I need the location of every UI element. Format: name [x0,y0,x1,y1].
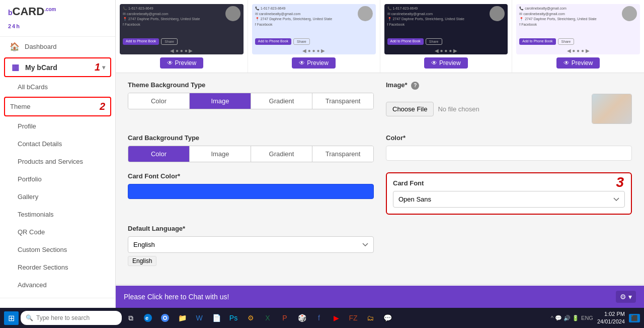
color-picker-white[interactable] [386,146,632,161]
sidebar-item-label: All bCards [18,83,48,91]
sidebar-item-label: Reorder Sections [18,264,68,271]
chrome-icon[interactable] [158,311,172,325]
card-icon: ▦ [10,62,20,72]
step2-badge: 2 [100,101,105,112]
whatsapp-icon[interactable]: 💬 [380,311,394,325]
powerpoint-icon[interactable]: P [278,311,292,325]
sidebar-item-label: Portfolio [18,175,42,183]
theme-type-color[interactable]: Color [128,93,190,109]
image-label: Image* ? [386,81,632,90]
sidebar: bCARD.com 24h 🏠 Dashboard ▦ My bCard 1 ▾ [0,0,116,308]
lang-label: Default Language* [128,225,374,232]
sidebar-item-dashboard[interactable]: 🏠 Dashboard [0,37,115,56]
card-type-transparent[interactable]: Transparent [312,146,373,162]
logo-com: .com [44,7,56,12]
empty-col [386,225,632,266]
image-upload-area: Choose File No file chosen [386,94,632,124]
filezilla-icon[interactable]: FZ [346,311,360,325]
excel-icon[interactable]: X [261,311,275,325]
edge-icon[interactable]: e [141,311,155,325]
sidebar-item-products[interactable]: Products and Services [0,153,115,170]
card-font-color-label: Card Font Color* [128,172,374,180]
sidebar-item-gallery[interactable]: Gallery [0,188,115,206]
sidebar-item-profile[interactable]: Profile [0,117,115,135]
taskbar-right: ^ 💬 🔊 🔋 ENG 1:02 PM 24/01/2024 ⬛ [551,310,640,326]
sidebar-item-label: QR Code [18,228,45,236]
taskbar-app-icons: ⧉ e 📁 W 📄 Ps ⚙ X P 🎲 f ▶ FZ 🗂 💬 [124,311,394,325]
youtube-icon[interactable]: ▶ [329,311,343,325]
sidebar-item-contact[interactable]: Contact Details [0,135,115,153]
card-font-select[interactable]: Open Sans Roboto Lato Montserrat [393,191,625,208]
eye-icon-4: 👁 [564,59,570,67]
step3-badge: 3 [616,174,624,190]
taskview-icon[interactable]: ⧉ [124,311,138,325]
photoshop-icon[interactable]: Ps [226,311,240,325]
theme-type-gradient[interactable]: Gradient [251,93,312,109]
svg-point-4 [164,317,167,319]
sidebar-item-custom[interactable]: Custom Sections [0,241,115,258]
sidebar-item-support[interactable]: ● Support [0,302,115,308]
sidebar-item-testimonials[interactable]: Testimonials [0,206,115,223]
font-color-picker-blue[interactable] [128,184,374,199]
preview-btn-2[interactable]: 👁 Preview [292,57,336,69]
sys-tray: ^ 💬 🔊 🔋 ENG [551,315,593,321]
card-preview-2: 📞 1-617-823-8649 ✉ carolinebeatty@gmail.… [248,0,380,73]
preview-btn-4[interactable]: 👁 Preview [556,57,600,69]
svg-text:e: e [145,315,148,321]
card-preview-row: 📞 1-617-823-8649 ✉ carolinebeatty@gmail.… [116,0,644,73]
sidebar-item-qrcode[interactable]: QR Code [0,223,115,241]
facebook-icon[interactable]: f [312,311,326,325]
sidebar-item-allbcards[interactable]: All bCards [0,78,115,96]
card-preview-3: 📞 1-617-823-8649 ✉ carolinebeatty@gmail.… [380,0,513,73]
notifications-badge[interactable]: ⬛ [629,314,640,322]
card-mini-dark-3: 📞 1-617-823-8649 ✉ carolinebeatty@gmail.… [384,4,508,54]
app5-icon[interactable]: 📄 [209,311,223,325]
sidebar-item-reorder[interactable]: Reorder Sections [0,258,115,276]
card-bg-label: Card Background Type [128,134,374,142]
search-input[interactable] [36,314,117,321]
form-area: Theme Background Type Color Image Gradie… [116,73,644,284]
sidebar-item-theme[interactable]: Theme 2 [4,97,111,116]
sidebar-item-advanced[interactable]: Advanced [0,276,115,294]
preview-btn-3[interactable]: 👁 Preview [424,57,468,69]
folder-icon[interactable]: 🗂 [363,311,377,325]
card-font-row: Card Font Color* Card Font Open Sans Rob… [128,172,632,215]
choose-file-button[interactable]: Choose File [386,102,434,116]
card-preview-1: 📞 1-617-823-8649 ✉ carolinebeatty@gmail.… [116,0,248,73]
theme-type-transparent[interactable]: Transparent [312,93,373,109]
theme-type-image[interactable]: Image [190,93,251,109]
sidebar-item-label: My bCard [25,63,57,72]
lang-label: ENG [581,315,593,321]
sidebar-item-label: Products and Services [18,158,83,165]
card-type-gradient[interactable]: Gradient [251,146,312,162]
card-mini-light-4: 📞 carolinebeatty@gmail.com ✉ carolinebea… [516,4,640,54]
start-button[interactable]: ⊞ [4,311,19,325]
taskbar-left: ⊞ 🔍 ⧉ e 📁 W 📄 Ps ⚙ X P 🎲 f ▶ FZ 🗂 💬 [4,311,394,325]
taskbar: ⊞ 🔍 ⧉ e 📁 W 📄 Ps ⚙ X P 🎲 f ▶ FZ 🗂 💬 [0,308,644,328]
card-type-selector: Color Image Gradient Transparent [128,146,374,162]
time-display: 1:02 PM [597,310,625,318]
app7-icon[interactable]: ⚙ [244,311,258,325]
info-icon[interactable]: ? [411,82,419,90]
image-col: Image* ? Choose File No file chosen [386,81,632,124]
lang-select[interactable]: English French Spanish [128,236,374,253]
chat-gear-button[interactable]: ⚙ ▾ [616,291,636,303]
sidebar-nav: 🏠 Dashboard ▦ My bCard 1 ▾ All bCards Th… [0,37,115,308]
theme-bg-label: Theme Background Type [128,81,374,89]
file-icon[interactable]: 📁 [175,311,189,325]
sidebar-item-label: Advanced [18,281,47,289]
sidebar-item-portfolio[interactable]: Portfolio [0,170,115,188]
sidebar-item-mybcard[interactable]: ▦ My bCard 1 ▾ [4,57,111,77]
card-type-color[interactable]: Color [128,146,190,162]
card-type-image[interactable]: Image [190,146,251,162]
date-display: 24/01/2024 [597,318,625,325]
app10-icon[interactable]: 🎲 [295,311,309,325]
preview-btn-1[interactable]: 👁 Preview [160,57,204,69]
logo: bCARD.com 24h [0,0,115,37]
logo-b: b [8,9,13,17]
theme-type-selector: Color Image Gradient Transparent [128,93,374,109]
chat-widget[interactable]: Please Click here to Chat with us! ⚙ ▾ [116,286,644,308]
word-icon[interactable]: W [192,311,206,325]
home-icon: 🏠 [10,42,20,51]
logo-main: CARD [13,5,45,18]
